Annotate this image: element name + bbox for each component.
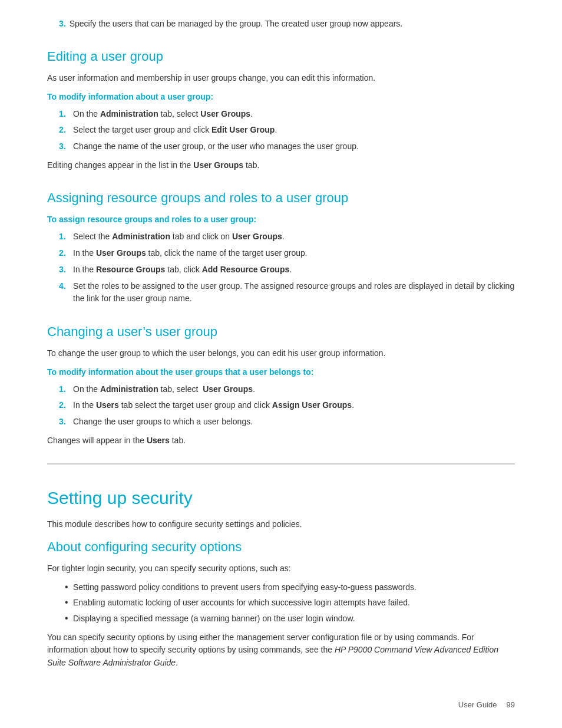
assigning-resource-groups-section: Assigning resource groups and roles to a… bbox=[47, 188, 515, 305]
security-paragraph-1: You can specify security options by usin… bbox=[47, 631, 515, 670]
changing-step-3: 3. Change the user groups to which a use… bbox=[59, 416, 515, 429]
editing-user-group-subheading: To modify information about a user group… bbox=[47, 91, 515, 103]
editing-user-group-note: Editing changes appear in the list in th… bbox=[47, 159, 515, 172]
editing-user-group-steps: 1. On the Administration tab, select Use… bbox=[47, 108, 515, 153]
intro-step-3: 3.Specify the users that can be managed … bbox=[47, 18, 515, 30]
security-bullet-3: Displaying a specified message (a warnin… bbox=[65, 612, 515, 625]
changing-user-group-body: To change the user group to which the us… bbox=[47, 347, 515, 360]
changing-step-1: 1. On the Administration tab, select Use… bbox=[59, 383, 515, 396]
editing-step-1: 1. On the Administration tab, select Use… bbox=[59, 108, 515, 121]
editing-user-group-heading: Editing a user group bbox=[47, 47, 515, 66]
assigning-step-3: 3. In the Resource Groups tab, click Add… bbox=[59, 263, 515, 276]
changing-user-group-note: Changes will appear in the Users tab. bbox=[47, 434, 515, 447]
setting-up-security-heading: Setting up security bbox=[47, 485, 515, 511]
setting-up-security-section: Setting up security This module describe… bbox=[47, 463, 515, 670]
footer-label: User Guide bbox=[458, 699, 497, 711]
security-bullet-2: Enabling automatic locking of user accou… bbox=[65, 597, 515, 610]
changing-user-group-section: Changing a user’s user group To change t… bbox=[47, 322, 515, 447]
footer: User Guide 99 bbox=[458, 699, 515, 711]
changing-user-group-steps: 1. On the Administration tab, select Use… bbox=[47, 383, 515, 429]
assigning-resource-groups-steps: 1. Select the Administration tab and cli… bbox=[47, 230, 515, 305]
changing-user-group-heading: Changing a user’s user group bbox=[47, 322, 515, 341]
setting-up-security-body: This module describes how to configure s… bbox=[47, 518, 515, 531]
assigning-step-2: 2. In the User Groups tab, click the nam… bbox=[59, 247, 515, 260]
editing-user-group-body: As user information and membership in us… bbox=[47, 72, 515, 85]
intro-step-3-num: 3. bbox=[59, 19, 66, 28]
editing-step-3: 3. Change the name of the user group, or… bbox=[59, 140, 515, 153]
assigning-step-4: 4. Set the roles to be assigned to the u… bbox=[59, 280, 515, 305]
editing-step-2: 2. Select the target user group and clic… bbox=[59, 124, 515, 137]
footer-page: 99 bbox=[507, 699, 515, 711]
security-bullet-1: Setting password policy conditions to pr… bbox=[65, 581, 515, 594]
about-configuring-security-heading: About configuring security options bbox=[47, 537, 515, 556]
assigning-resource-groups-heading: Assigning resource groups and roles to a… bbox=[47, 188, 515, 207]
assigning-resource-groups-subheading: To assign resource groups and roles to a… bbox=[47, 213, 515, 226]
about-configuring-security-body: For tighter login security, you can spec… bbox=[47, 562, 515, 575]
about-configuring-security-section: About configuring security options For t… bbox=[47, 537, 515, 670]
editing-user-group-section: Editing a user group As user information… bbox=[47, 47, 515, 172]
assigning-step-1: 1. Select the Administration tab and cli… bbox=[59, 230, 515, 243]
changing-user-group-subheading: To modify information about the user gro… bbox=[47, 366, 515, 378]
changing-step-2: 2. In the Users tab select the target us… bbox=[59, 399, 515, 412]
intro-step-3-text: Specify the users that can be managed by… bbox=[70, 19, 403, 28]
security-bullets: Setting password policy conditions to pr… bbox=[47, 581, 515, 625]
